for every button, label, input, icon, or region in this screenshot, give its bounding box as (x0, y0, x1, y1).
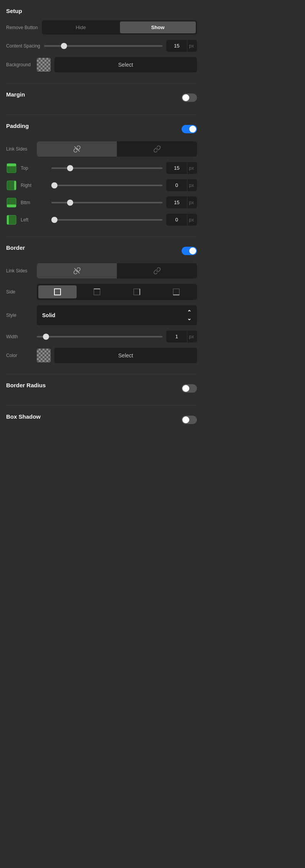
border-radius-toggle[interactable] (182, 384, 197, 393)
show-button[interactable]: Show (120, 21, 196, 33)
border-unlink-button[interactable] (37, 263, 117, 278)
setup-section: Setup Remove Button Hide Show Content Sp… (6, 8, 197, 72)
padding-top-label: Top (21, 165, 48, 171)
padding-bottom-row: Bttm 15 px (6, 197, 197, 208)
divider-1 (6, 83, 197, 84)
setup-title: Setup (6, 8, 197, 14)
border-width-slider[interactable] (37, 336, 162, 337)
padding-bottom-slider[interactable] (51, 202, 162, 203)
border-style-select[interactable]: Solid ⌃⌄ (37, 305, 197, 325)
padding-top-row: Top 15 px (6, 162, 197, 174)
border-radius-section: Border Radius (6, 382, 197, 395)
border-width-label: Width (6, 334, 33, 339)
padding-top-slider[interactable] (51, 167, 162, 169)
border-side-selector (37, 284, 197, 300)
border-link-sides (37, 263, 197, 278)
padding-bottom-icon (6, 197, 17, 208)
content-spacing-slider-container (44, 45, 162, 47)
border-style-label: Style (6, 313, 33, 318)
svg-line-9 (74, 268, 79, 273)
padding-right-label: Right (21, 183, 48, 188)
border-unlink-icon (73, 267, 81, 275)
content-spacing-label: Content Spacing (6, 43, 40, 49)
content-spacing-value: 15 (166, 40, 187, 52)
padding-top-value: 15 (166, 162, 187, 174)
padding-top-slider-container (51, 167, 162, 169)
padding-top-unit: px (187, 162, 197, 174)
padding-right-slider[interactable] (51, 185, 162, 186)
background-swatch[interactable] (37, 58, 51, 72)
box-shadow-header: Box Shadow (6, 413, 197, 426)
border-width-row: Width 1 px (6, 331, 197, 342)
svg-rect-13 (134, 289, 140, 295)
padding-left-label: Left (21, 217, 48, 223)
padding-toggle[interactable] (182, 125, 197, 133)
box-shadow-toggle-knob (182, 416, 189, 423)
padding-left-row: Left 0 px (6, 214, 197, 226)
border-link-button[interactable] (117, 263, 197, 278)
padding-bottom-value-box: 15 px (166, 197, 197, 208)
border-color-row: Color Select (6, 348, 197, 363)
padding-top-icon (6, 163, 17, 174)
box-shadow-toggle[interactable] (182, 416, 197, 424)
padding-unlink-button[interactable] (37, 141, 117, 157)
border-color-swatch[interactable] (37, 349, 51, 362)
hide-button[interactable]: Hide (43, 21, 119, 33)
margin-toggle[interactable] (182, 93, 197, 102)
padding-section: Padding Link Sides (6, 123, 197, 226)
svg-rect-8 (7, 215, 9, 224)
border-bottom-only-icon (173, 288, 180, 295)
padding-bottom-slider-container (51, 202, 162, 203)
content-spacing-slider[interactable] (44, 45, 162, 47)
padding-left-icon (6, 215, 17, 225)
border-side-row: Side (6, 284, 197, 300)
divider-3 (6, 236, 197, 237)
border-width-value-box: 1 px (166, 331, 197, 342)
margin-section: Margin (6, 91, 197, 104)
border-link-sides-label: Link Sides (6, 268, 33, 274)
padding-left-unit: px (187, 214, 197, 226)
border-toggle[interactable] (182, 247, 197, 255)
border-right-only-icon (133, 288, 140, 295)
border-color-select-button[interactable]: Select (54, 348, 197, 363)
background-select-button[interactable]: Select (54, 57, 197, 72)
padding-right-value: 0 (166, 179, 187, 191)
padding-left-slider-container (51, 219, 162, 221)
border-side-top[interactable] (78, 285, 116, 298)
divider-4 (6, 374, 197, 374)
border-side-all[interactable] (38, 285, 77, 298)
border-style-value: Solid (42, 312, 55, 318)
border-all-icon (54, 288, 61, 295)
unlink-icon (73, 145, 81, 153)
border-top-only-icon (93, 288, 100, 295)
padding-link-sides-label: Link Sides (6, 146, 33, 152)
padding-right-unit: px (187, 180, 197, 191)
remove-button-group: Hide Show (42, 20, 197, 34)
remove-button-label: Remove Button (6, 25, 38, 30)
margin-header: Margin (6, 91, 197, 104)
border-side-bottom[interactable] (157, 285, 196, 298)
background-row: Background Select (6, 57, 197, 72)
border-toggle-knob (189, 247, 196, 254)
padding-link-sides (37, 141, 197, 157)
border-side-right[interactable] (118, 285, 156, 298)
padding-left-slider[interactable] (51, 219, 162, 221)
divider-2 (6, 115, 197, 115)
border-header: Border (6, 244, 197, 257)
border-width-unit: px (187, 331, 197, 342)
border-link-icon (153, 267, 161, 275)
padding-right-icon (6, 180, 17, 191)
padding-link-button[interactable] (117, 141, 197, 157)
content-spacing-value-box: 15 px (166, 40, 197, 52)
border-title: Border (6, 244, 25, 251)
remove-button-row: Remove Button Hide Show (6, 20, 197, 34)
border-side-label: Side (6, 289, 33, 295)
padding-title: Padding (6, 123, 29, 129)
padding-header: Padding (6, 123, 197, 135)
content-spacing-row: Content Spacing 15 px (6, 40, 197, 52)
svg-rect-10 (54, 289, 61, 295)
border-width-value: 1 (166, 331, 187, 342)
content-spacing-unit: px (187, 40, 197, 52)
svg-rect-11 (94, 289, 100, 295)
divider-5 (6, 405, 197, 406)
